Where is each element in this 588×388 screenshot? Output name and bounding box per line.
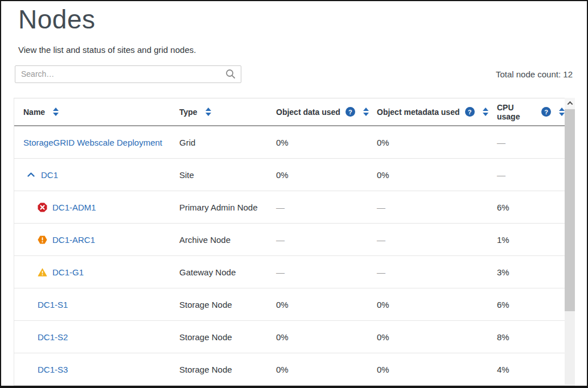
table-row: DC1-ARC1 Archive Node — — 1% xyxy=(14,224,565,256)
table-row: DC1 Site 0% 0% — xyxy=(14,159,565,191)
name-cell: DC1-ARC1 xyxy=(14,235,178,245)
cpu-usage-cell: 8% xyxy=(496,332,565,342)
column-header-object-metadata-used[interactable]: Object metadata used ? xyxy=(376,107,496,117)
type-cell: Storage Node xyxy=(178,365,275,374)
object-metadata-used-cell: 0% xyxy=(376,170,496,180)
name-cell: DC1-ADM1 xyxy=(14,203,178,212)
object-metadata-used-cell: — xyxy=(376,235,496,245)
cpu-usage-cell: 6% xyxy=(496,300,565,309)
cpu-usage-cell: — xyxy=(496,138,565,147)
name-cell: DC1-S1 xyxy=(14,300,178,309)
table-row: DC1-S3 Storage Node 0% 0% 4% xyxy=(14,353,565,386)
cpu-usage-cell: — xyxy=(496,170,565,180)
column-header-object-metadata-used-label: Object metadata used xyxy=(377,108,460,117)
help-icon[interactable]: ? xyxy=(346,107,355,117)
minor-warning-icon xyxy=(38,267,47,277)
search-icon[interactable] xyxy=(225,69,236,79)
object-metadata-used-cell: — xyxy=(376,267,496,277)
table-header-row: Name Type Object data used ? Object meta… xyxy=(14,98,565,126)
type-cell: Gateway Node xyxy=(178,267,275,277)
scrollbar-thumb[interactable] xyxy=(565,109,575,311)
node-link[interactable]: DC1-ARC1 xyxy=(52,235,95,245)
name-cell: DC1-G1 xyxy=(14,267,178,277)
page-subtitle: View the list and status of sites and gr… xyxy=(18,45,587,55)
type-cell: Grid xyxy=(178,138,275,147)
object-metadata-used-cell: 0% xyxy=(376,138,496,147)
major-alert-icon xyxy=(38,235,47,245)
table-row: DC1-S2 Storage Node 0% 0% 8% xyxy=(14,321,565,353)
column-header-type-label: Type xyxy=(179,108,198,117)
column-header-cpu-usage-label: CPU usage xyxy=(497,103,536,121)
sort-icon[interactable] xyxy=(559,108,565,116)
node-link[interactable]: DC1-G1 xyxy=(52,267,84,277)
column-header-object-data-used[interactable]: Object data used ? xyxy=(275,107,376,117)
column-header-object-data-used-label: Object data used xyxy=(276,108,340,117)
page-title: Nodes xyxy=(18,6,587,33)
sort-icon[interactable] xyxy=(53,108,59,116)
nodes-table: Name Type Object data used ? Object meta… xyxy=(14,98,575,387)
help-icon[interactable]: ? xyxy=(465,107,475,117)
scrollbar-up-arrow-icon[interactable] xyxy=(565,98,575,109)
critical-error-icon xyxy=(38,203,47,212)
table-scrollbar[interactable] xyxy=(565,98,575,387)
object-data-used-cell: — xyxy=(275,235,376,245)
search-box xyxy=(15,65,241,83)
table-row: DC1-ADM1 Primary Admin Node — — 6% xyxy=(14,191,565,224)
name-cell: DC1-S2 xyxy=(14,332,178,342)
type-cell: Storage Node xyxy=(178,300,275,309)
sort-icon[interactable] xyxy=(205,108,211,116)
object-data-used-cell: 0% xyxy=(275,365,376,374)
object-data-used-cell: — xyxy=(275,267,376,277)
site-link[interactable]: DC1 xyxy=(41,170,58,180)
object-data-used-cell: 0% xyxy=(275,170,376,180)
grid-link[interactable]: StorageGRID Webscale Deployment xyxy=(23,138,162,147)
help-icon[interactable]: ? xyxy=(541,107,551,117)
nodes-table-grid: Name Type Object data used ? Object meta… xyxy=(14,98,565,386)
type-cell: Archive Node xyxy=(178,235,275,245)
object-metadata-used-cell: 0% xyxy=(376,365,496,374)
object-metadata-used-cell: — xyxy=(376,203,496,212)
column-header-name[interactable]: Name xyxy=(14,108,178,117)
object-data-used-cell: 0% xyxy=(275,300,376,309)
type-cell: Primary Admin Node xyxy=(178,203,275,212)
object-data-used-cell: 0% xyxy=(275,332,376,342)
collapse-chevron-icon[interactable] xyxy=(27,171,35,179)
cpu-usage-cell: 4% xyxy=(496,365,565,374)
object-data-used-cell: 0% xyxy=(275,138,376,147)
name-cell: DC1-S3 xyxy=(14,365,178,374)
type-cell: Site xyxy=(178,170,275,180)
column-header-name-label: Name xyxy=(23,108,45,117)
table-row: StorageGRID Webscale Deployment Grid 0% … xyxy=(14,126,565,159)
node-link[interactable]: DC1-S2 xyxy=(38,332,68,342)
node-link[interactable]: DC1-S1 xyxy=(38,300,68,309)
column-header-cpu-usage[interactable]: CPU usage ? xyxy=(496,103,565,121)
object-data-used-cell: — xyxy=(275,203,376,212)
node-link[interactable]: DC1-ADM1 xyxy=(52,203,96,212)
table-controls: Total node count: 12 xyxy=(15,65,573,83)
name-cell: DC1 xyxy=(14,170,178,180)
nodes-page: { "page": { "title": "Nodes", "subtitle"… xyxy=(0,0,588,388)
sort-icon[interactable] xyxy=(483,108,488,116)
table-row: DC1-G1 Gateway Node — — 3% xyxy=(14,256,565,288)
object-metadata-used-cell: 0% xyxy=(376,300,496,309)
object-metadata-used-cell: 0% xyxy=(376,332,496,342)
cpu-usage-cell: 3% xyxy=(496,267,565,277)
type-cell: Storage Node xyxy=(178,332,275,342)
search-input[interactable] xyxy=(15,65,241,83)
table-row: DC1-S1 Storage Node 0% 0% 6% xyxy=(14,288,565,321)
column-header-type[interactable]: Type xyxy=(178,108,275,117)
node-link[interactable]: DC1-S3 xyxy=(38,365,68,374)
total-node-count: Total node count: 12 xyxy=(496,69,573,79)
cpu-usage-cell: 6% xyxy=(496,203,565,212)
name-cell: StorageGRID Webscale Deployment xyxy=(14,138,178,147)
sort-icon[interactable] xyxy=(363,108,369,116)
cpu-usage-cell: 1% xyxy=(496,235,565,245)
